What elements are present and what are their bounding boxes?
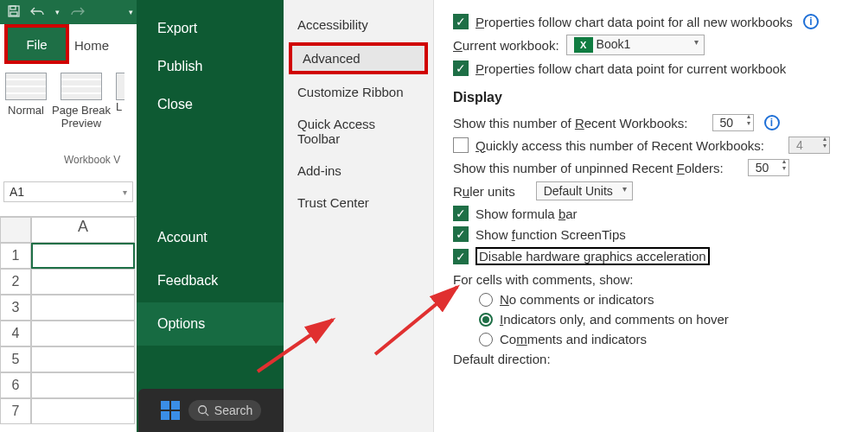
cell[interactable] xyxy=(31,269,135,295)
excel-file-icon: X xyxy=(574,37,593,53)
undo-icon[interactable] xyxy=(29,5,47,20)
show-formula-bar-label: Show formula bar xyxy=(475,206,578,221)
comments-both-label: Comments and indicators xyxy=(500,332,647,346)
row-header[interactable]: 6 xyxy=(0,372,31,398)
view-normal-label: Normal xyxy=(5,104,47,117)
view-pagebreak-icon xyxy=(61,73,102,100)
backstage-item-export[interactable]: Export xyxy=(157,21,263,36)
redo-icon[interactable] xyxy=(68,5,86,20)
qat-customize-icon[interactable]: ▾ xyxy=(129,8,133,16)
cell[interactable] xyxy=(31,321,135,346)
info-icon[interactable]: i xyxy=(764,115,780,130)
row-header[interactable]: 1 xyxy=(0,243,31,269)
home-tab[interactable]: Home xyxy=(74,38,109,53)
svg-point-3 xyxy=(199,406,207,414)
select-all-corner[interactable] xyxy=(0,217,31,243)
svg-rect-2 xyxy=(10,12,17,16)
recent-folders-label: Show this number of unpinned Recent Fold… xyxy=(453,161,724,175)
workbook-views-label: Workbook V xyxy=(64,154,120,166)
undo-dropdown-icon[interactable]: ▾ xyxy=(55,8,60,16)
taskbar-fragment: Search xyxy=(138,389,284,432)
prop-current-workbook-label: Properties follow chart data point for c… xyxy=(475,61,786,76)
cell[interactable] xyxy=(31,243,135,269)
checkbox-unchecked-icon[interactable] xyxy=(453,137,469,153)
view-layout-initial: L xyxy=(116,100,124,113)
radio-unchecked-icon[interactable] xyxy=(479,333,493,346)
options-category-quick-access-toolbar[interactable]: Quick Access Toolbar xyxy=(284,108,433,155)
backstage-menu: ExportPublishClose AccountFeedbackOption… xyxy=(137,0,284,432)
current-workbook-label: Current workbook: xyxy=(453,38,559,53)
recent-workbooks-spinner[interactable]: 50 xyxy=(712,114,754,131)
options-category-accessibility[interactable]: Accessibility xyxy=(284,9,433,41)
default-direction-label: Default direction: xyxy=(453,352,551,366)
options-category-trust-center[interactable]: Trust Center xyxy=(284,187,433,219)
options-category-list: AccessibilityAdvancedCustomize RibbonQui… xyxy=(284,0,434,432)
quick-access-recent-label: Quickly access this number of Recent Wor… xyxy=(475,138,764,153)
view-pagebreak-button[interactable]: Page Break Preview xyxy=(52,73,111,130)
cell[interactable] xyxy=(31,398,135,424)
view-pagebreak-label1: Page Break xyxy=(52,104,111,117)
ruler-units-label: Ruler units xyxy=(453,184,515,199)
backstage-item-account[interactable]: Account xyxy=(137,216,284,259)
recent-workbooks-label: Show this number of Recent Workbooks: xyxy=(453,116,688,130)
options-category-add-ins[interactable]: Add-ins xyxy=(284,155,433,187)
worksheet: A 1234567 xyxy=(0,216,137,424)
comments-show-label: For cells with comments, show: xyxy=(453,272,633,287)
column-header-a[interactable]: A xyxy=(31,217,135,243)
prop-all-workbooks-label: Properties follow chart data point for a… xyxy=(475,15,793,29)
view-layout-button-clipped[interactable]: L xyxy=(116,73,124,113)
view-layout-icon xyxy=(116,73,124,100)
recent-folders-spinner[interactable]: 50 xyxy=(748,159,789,176)
name-box[interactable]: A1 ▾ xyxy=(3,181,133,202)
windows-start-icon[interactable] xyxy=(161,401,180,420)
show-function-screentips-label: Show function ScreenTips xyxy=(475,227,626,242)
checkbox-checked-icon[interactable]: ✓ xyxy=(453,249,469,264)
current-workbook-combo[interactable]: XBook1 xyxy=(566,35,705,55)
view-normal-icon xyxy=(5,73,47,100)
options-category-customize-ribbon[interactable]: Customize Ribbon xyxy=(284,76,433,108)
radio-checked-icon[interactable] xyxy=(479,313,493,327)
row-header[interactable]: 7 xyxy=(0,398,31,424)
file-tab[interactable]: File xyxy=(4,24,69,64)
options-pane-advanced: ✓ Properties follow chart data point for… xyxy=(434,0,868,432)
backstage-item-feedback[interactable]: Feedback xyxy=(137,259,284,302)
view-normal-button[interactable]: Normal xyxy=(5,73,47,117)
row-header[interactable]: 3 xyxy=(0,295,31,321)
cell[interactable] xyxy=(31,295,135,321)
row-header[interactable]: 2 xyxy=(0,269,31,295)
checkbox-checked-icon[interactable]: ✓ xyxy=(453,14,469,29)
info-icon[interactable]: i xyxy=(803,14,819,29)
checkbox-checked-icon[interactable]: ✓ xyxy=(453,226,469,242)
name-box-dropdown-icon[interactable]: ▾ xyxy=(123,187,127,197)
taskbar-search-label: Search xyxy=(214,403,252,417)
workbook-views-group: Normal Page Break Preview L xyxy=(5,73,124,130)
checkbox-checked-icon[interactable]: ✓ xyxy=(453,60,469,76)
options-category-advanced[interactable]: Advanced xyxy=(289,42,428,74)
search-icon xyxy=(197,404,209,416)
display-section-title: Display xyxy=(453,90,859,105)
cell[interactable] xyxy=(31,372,135,398)
comments-indicators-label: Indicators only, and comments on hover xyxy=(500,312,729,327)
quick-access-spinner: 4 xyxy=(788,137,830,154)
current-workbook-value: Book1 xyxy=(597,37,631,51)
cell[interactable] xyxy=(31,346,135,372)
ruler-units-combo[interactable]: Default Units xyxy=(536,181,633,200)
backstage-item-publish[interactable]: Publish xyxy=(157,59,263,74)
save-icon[interactable] xyxy=(7,4,21,21)
row-header[interactable]: 4 xyxy=(0,321,31,346)
svg-rect-1 xyxy=(10,6,16,10)
disable-hw-graphics-label: Disable hardware graphics acceleration xyxy=(475,247,710,265)
backstage-item-options[interactable]: Options xyxy=(137,302,284,346)
radio-unchecked-icon[interactable] xyxy=(479,293,493,307)
view-pagebreak-label2: Preview xyxy=(52,117,111,130)
row-header[interactable]: 5 xyxy=(0,346,31,372)
comments-none-label: No comments or indicators xyxy=(500,292,654,307)
quick-access-toolbar: ▾ ▾ xyxy=(0,0,138,24)
taskbar-search[interactable]: Search xyxy=(188,400,261,421)
backstage-item-close[interactable]: Close xyxy=(157,97,263,112)
name-box-value: A1 xyxy=(10,185,24,199)
checkbox-checked-icon[interactable]: ✓ xyxy=(453,206,469,221)
